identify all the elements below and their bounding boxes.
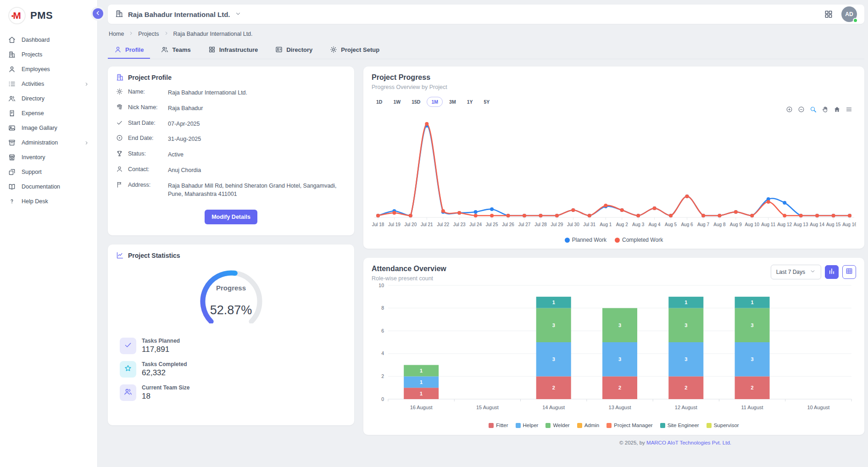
svg-text:Aug 12: Aug 12 [777,222,792,227]
sidebar-item-help-desk[interactable]: Help Desk [0,194,97,209]
svg-text:1: 1 [420,368,423,373]
legend-helper[interactable]: Helper [516,423,539,428]
menu-icon [846,106,852,115]
sidebar-item-support[interactable]: Support [0,165,97,179]
sidebar-item-label: Inventory [22,154,89,161]
sidebar-item-dashboard[interactable]: Dashboard [0,33,97,47]
topbar: Raja Bahadur International Ltd. AD [108,5,864,24]
date-range-dropdown[interactable]: Last 7 Days [771,265,821,279]
breadcrumb-separator [128,31,134,37]
sidebar-item-directory[interactable]: Directory [0,91,97,106]
range-button-3m[interactable]: 3M [445,97,461,107]
zoom-out-icon[interactable] [798,106,805,115]
breadcrumb-item-home[interactable]: Home [109,31,124,37]
footer-text: © 2025, by [619,440,646,445]
user-icon [8,66,16,73]
reset-zoom-icon[interactable] [834,106,840,115]
svg-text:Aug 14: Aug 14 [810,222,824,227]
legend-site-engineer[interactable]: Site Engineer [660,423,699,428]
legend-square-icon [516,423,521,428]
field-name: Name:Raja Bahadur International Ltd. [116,89,346,97]
breadcrumb-item-projects[interactable]: Projects [138,31,159,37]
tab-label: Teams [172,46,190,53]
range-button-1d[interactable]: 1D [372,97,387,107]
svg-text:15 August: 15 August [476,405,499,410]
line-chart-icon [116,251,124,259]
pan-icon [822,106,829,115]
chart-toolbar [372,105,856,117]
attendance-controls: Last 7 Days [771,265,856,279]
gear-icon [116,88,123,95]
chevron-right-icon [84,82,89,87]
field-contact: Contact:Anuj Chordia [116,166,346,175]
check-icon [120,338,136,354]
attendance-bar-chart[interactable]: 024681011116 August15 August233114 Augus… [372,282,856,420]
svg-text:6: 6 [381,328,384,334]
svg-text:Jul 28: Jul 28 [534,222,547,227]
sidebar-item-employees[interactable]: Employees [0,62,97,77]
legend-fitter[interactable]: Fitter [489,423,508,428]
user-avatar[interactable]: AD [841,6,857,22]
sidebar-item-projects[interactable]: Projects [0,47,97,62]
tab-directory[interactable]: Directory [269,42,319,59]
sidebar-item-image-gallary[interactable]: Image Gallary [0,121,97,135]
sidebar-collapse-button[interactable] [93,8,103,19]
grid-icon [208,46,216,53]
tab-profile[interactable]: Profile [108,42,150,59]
table-view-button[interactable] [842,265,856,279]
submenu-arrow [84,140,89,145]
legend-square-icon [545,423,551,428]
stat-value: 62,332 [142,368,187,378]
modify-details-button[interactable]: Modify Details [205,210,257,224]
tab-teams[interactable]: Teams [155,42,197,59]
selection-zoom-icon[interactable] [810,106,817,115]
chart-menu-icon[interactable] [846,106,852,115]
range-button-1m[interactable]: 1M [427,97,443,107]
user-icon [116,166,123,172]
stat-value: 18 [142,392,189,401]
legend-supervisor[interactable]: Supervisor [707,423,739,428]
legend-completed-work[interactable]: Completed Work [615,237,663,243]
apps-grid-icon[interactable] [824,10,833,19]
range-button-1w[interactable]: 1W [389,97,405,107]
app-logo[interactable]: M PMS [0,0,97,33]
legend-project-manager[interactable]: Project Manager [606,423,652,428]
view-toggle-buttons [825,265,856,279]
sidebar-item-inventory[interactable]: Inventory [0,150,97,165]
sidebar-item-expense[interactable]: Expense [0,106,97,121]
breadcrumb-item-raja-bahadur-international-ltd: Raja Bahadur International Ltd. [173,31,253,37]
legend-admin[interactable]: Admin [577,423,600,428]
sidebar-item-label: Projects [22,51,89,58]
svg-text:1: 1 [420,391,423,396]
date-range-value: Last 7 Days [776,269,805,275]
bar-view-button[interactable] [825,265,839,279]
tab-project-setup[interactable]: Project Setup [323,42,386,59]
bar-chart-icon [828,267,835,277]
field-value-address: Raja Bahadur Mill Rd, behind Sheraton Gr… [168,182,346,199]
sidebar-item-administration[interactable]: Administration [0,135,97,150]
tab-bar: ProfileTeamsInfrastructureDirectoryProje… [108,42,864,59]
right-column: Project Progress Progress Overview by Pr… [363,67,864,435]
field-label: Name: [128,89,163,95]
stat-rows: Tasks Planned117,891Tasks Completed62,33… [116,338,346,401]
field-end-date: End Date:31-Aug-2025 [116,135,346,144]
pan-icon[interactable] [822,106,829,115]
sidebar-nav: DashboardProjectsEmployeesActivitiesDire… [0,33,97,209]
footer-company-link[interactable]: MARCO AIoT Technologies Pvt. Ltd. [646,440,731,445]
svg-text:1: 1 [751,300,754,305]
zoom-in-icon[interactable] [786,106,793,115]
chevron-down-icon [235,11,241,18]
legend-welder[interactable]: Welder [545,423,569,428]
company-selector[interactable]: Raja Bahadur International Ltd. [115,10,241,19]
progress-line-chart[interactable]: Jul 18Jul 19Jul 20Jul 21Jul 22Jul 23Jul … [372,117,856,234]
range-button-15d[interactable]: 15D [407,97,425,107]
range-button-5y[interactable]: 5Y [479,97,494,107]
sidebar-item-activities[interactable]: Activities [0,77,97,91]
tab-infrastructure[interactable]: Infrastructure [202,42,265,59]
field-nick-name: Nick Name:Raja Bahadur [116,104,346,113]
legend-planned-work[interactable]: Planned Work [565,237,606,243]
sidebar-item-documentation[interactable]: Documentation [0,179,97,194]
svg-text:Jul 26: Jul 26 [502,222,514,227]
svg-text:3: 3 [751,322,754,328]
range-button-1y[interactable]: 1Y [462,97,478,107]
